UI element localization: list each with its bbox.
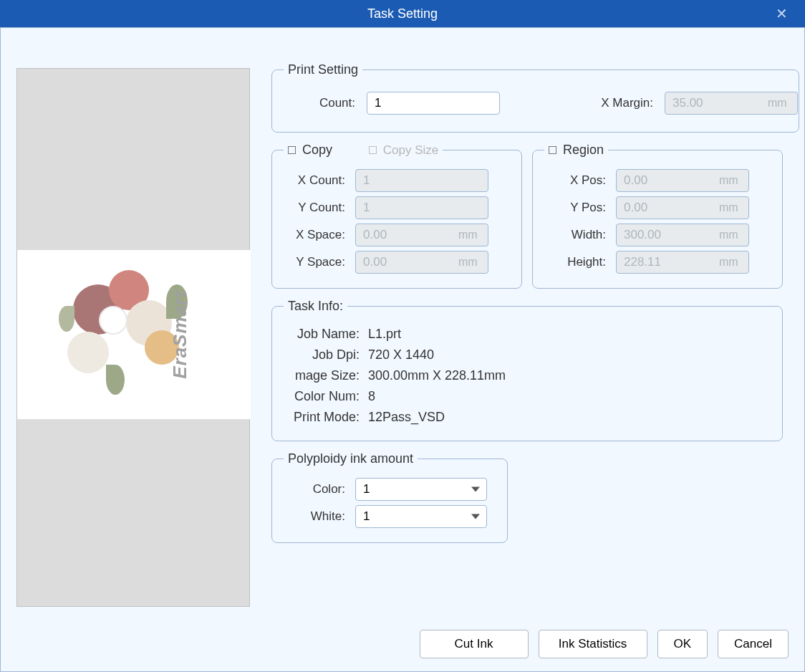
yspace-input	[355, 251, 488, 274]
copy-size-legend: Copy Size	[369, 143, 438, 157]
dialog-title: Task Setting	[367, 6, 438, 21]
cutink-button[interactable]: Cut Ink	[420, 630, 529, 658]
jobname-label: Job Name:	[284, 327, 368, 342]
ypos-input	[616, 196, 749, 219]
count-label: Count:	[284, 96, 367, 110]
copy-legend: Copy Copy Size	[284, 143, 443, 158]
copy-size-checkbox[interactable]	[369, 146, 377, 154]
ok-button[interactable]: OK	[657, 630, 708, 658]
xspace-input	[355, 224, 488, 246]
width-label: Width:	[544, 228, 616, 242]
height-input	[616, 251, 749, 274]
poly-legend: Polyploidy ink amount	[284, 451, 418, 466]
xmargin-label: X Margin:	[579, 96, 665, 110]
width-input	[616, 224, 749, 246]
region-checkbox[interactable]	[549, 146, 556, 154]
preview-pane: EraSmart	[16, 68, 250, 607]
print-setting-legend: Print Setting	[284, 62, 362, 77]
ycount-input	[355, 196, 488, 219]
height-label: Height:	[544, 255, 616, 269]
dialog-body: EraSmart Print Setting Count: X Margin: …	[0, 27, 805, 672]
jobname-value: L1.prt	[368, 327, 401, 342]
ycount-label: Y Count:	[284, 201, 355, 215]
poly-white-label: White:	[284, 509, 355, 524]
button-row: Cut Ink Ink Statistics OK Cancel	[420, 630, 789, 658]
xcount-label: X Count:	[284, 173, 355, 188]
inkstats-button[interactable]: Ink Statistics	[539, 630, 647, 658]
xspace-label: X Space:	[284, 228, 355, 242]
xcount-input	[355, 169, 488, 192]
imagesize-value: 300.00mm X 228.11mm	[368, 368, 506, 383]
jobdpi-label: Job Dpi:	[284, 347, 368, 363]
poly-white-select[interactable]	[355, 505, 487, 528]
poly-color-select[interactable]	[355, 478, 487, 501]
colornum-value: 8	[368, 389, 375, 404]
poly-color-label: Color:	[284, 482, 355, 496]
region-legend: Region	[544, 143, 608, 158]
jobdpi-value: 720 X 1440	[368, 347, 434, 363]
taskinfo-group: Task Info: Job Name: L1.prt Job Dpi: 720…	[271, 299, 783, 441]
xpos-input	[616, 169, 749, 192]
titlebar: Task Setting ✕	[0, 0, 805, 27]
print-setting-group: Print Setting Count: X Margin: mm	[271, 62, 799, 133]
watermark-text: EraSmart	[170, 290, 192, 379]
printmode-label: Print Mode:	[284, 410, 368, 425]
preview-image: EraSmart	[17, 250, 251, 419]
region-group: Region X Pos: mm Y Pos: mm Width: mm	[532, 143, 783, 289]
copy-group: Copy Copy Size X Count: Y Count: X Space…	[271, 143, 522, 289]
close-icon[interactable]: ✕	[771, 5, 792, 22]
xmargin-input	[665, 92, 798, 115]
count-input[interactable]	[367, 92, 500, 115]
colornum-label: Color Num:	[284, 389, 368, 404]
yspace-label: Y Space:	[284, 255, 355, 269]
ypos-label: Y Pos:	[544, 201, 616, 215]
poly-group: Polyploidy ink amount Color: White:	[271, 451, 508, 543]
taskinfo-legend: Task Info:	[284, 299, 347, 314]
copy-checkbox[interactable]	[288, 146, 296, 154]
cancel-button[interactable]: Cancel	[718, 630, 789, 658]
xpos-label: X Pos:	[544, 173, 616, 188]
imagesize-label: mage Size:	[284, 368, 368, 383]
printmode-value: 12Pass_VSD	[368, 410, 445, 425]
